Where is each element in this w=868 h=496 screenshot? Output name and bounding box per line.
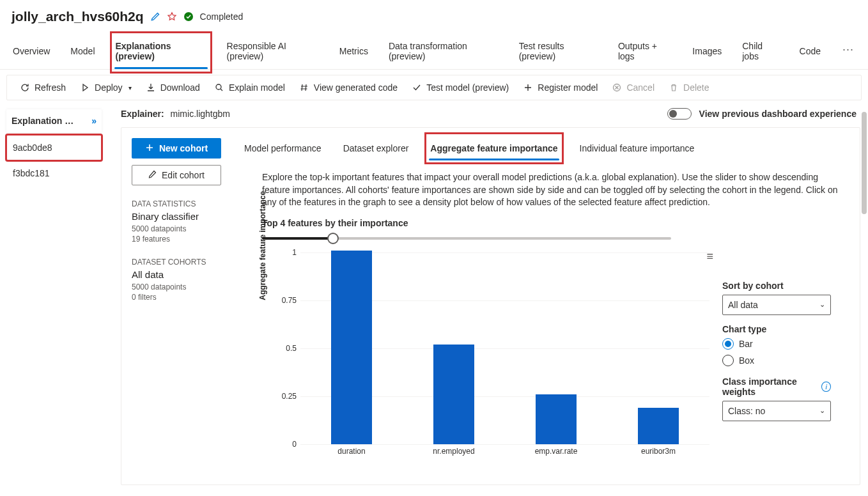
bar[interactable] [536, 394, 577, 444]
delete-button: Delete [669, 82, 709, 93]
page-header: jolly_arch_hvs60h2q Completed [0, 0, 868, 29]
plus-icon [523, 82, 533, 93]
explainer-value: mimic.lightgbm [171, 109, 230, 119]
previous-dashboard-toggle[interactable] [667, 108, 692, 120]
refresh-icon [20, 82, 30, 93]
deploy-button[interactable]: Deploy ▾ [80, 82, 132, 93]
sidebar-explanation-0[interactable]: 9acb0de8 [6, 135, 102, 160]
edit-cohort-button[interactable]: Edit cohort [132, 165, 221, 185]
cancel-icon [612, 82, 622, 93]
download-button[interactable]: Download [146, 82, 200, 93]
slider-title: Top 4 features by their importance [262, 218, 848, 228]
new-cohort-button[interactable]: New cohort [132, 138, 221, 159]
main-tabs: Overview Model Explanations (preview) Re… [0, 29, 868, 70]
scrollbar[interactable] [862, 112, 867, 489]
x-tick: duration [337, 447, 365, 456]
download-icon [146, 82, 156, 93]
info-icon[interactable]: i [821, 382, 831, 392]
description-text: Explore the top-k important features tha… [262, 171, 848, 209]
slider-thumb[interactable] [327, 233, 339, 244]
dataset-cohorts: DATASET COHORTS All data 5000 datapoints… [132, 258, 224, 302]
view-code-button[interactable]: View generated code [299, 82, 398, 93]
tab-responsible-ai[interactable]: Responsible AI (preview) [226, 36, 320, 69]
y-tick: 0 [274, 440, 297, 449]
tab-code[interactable]: Code [798, 41, 822, 64]
dashboard-right: Model performance Dataset explorer Aggre… [231, 128, 860, 484]
search-icon [214, 82, 224, 93]
tab-child-jobs[interactable]: Child jobs [741, 36, 780, 69]
subtab-individual-importance[interactable]: Individual feature importance [578, 137, 696, 160]
status-check-icon [183, 12, 194, 22]
content-area: Explainer: mimic.lightgbm View previous … [105, 104, 868, 492]
chart-type-bar[interactable]: Bar [722, 338, 831, 350]
top-k-slider[interactable] [262, 232, 671, 244]
feature-importance-chart: ≡ Aggregate feature importance 00.250.50… [262, 252, 709, 457]
toggle-label: View previous dashboard experience [699, 109, 856, 119]
dashboard: New cohort Edit cohort DATA STATISTICS B… [121, 127, 860, 485]
bar[interactable] [331, 251, 372, 444]
explanation-sidebar: Explanation … » 9acb0de8 f3bdc181 [0, 104, 105, 492]
y-axis-label: Aggregate feature importance [258, 191, 267, 300]
trash-icon [669, 82, 679, 93]
x-tick: nr.employed [433, 447, 474, 456]
tab-outputs-logs[interactable]: Outputs + logs [617, 36, 673, 69]
chart-type-box[interactable]: Box [722, 355, 831, 366]
explainer-label: Explainer: [121, 109, 164, 119]
edit-icon[interactable] [150, 12, 160, 22]
tab-data-transformation[interactable]: Data transformation (preview) [387, 36, 500, 69]
tab-test-results[interactable]: Test results (preview) [518, 36, 599, 69]
subtab-model-performance[interactable]: Model performance [243, 137, 323, 160]
y-tick: 0.75 [274, 296, 297, 305]
toolbar: Refresh Deploy ▾ Download Explain model … [6, 75, 862, 100]
x-tick: euribor3m [641, 447, 676, 456]
chevron-down-icon: ⌄ [819, 300, 825, 309]
tab-images[interactable]: Images [691, 41, 723, 64]
data-statistics: DATA STATISTICS Binary classifier 5000 d… [132, 199, 224, 244]
y-tick: 0.5 [274, 344, 297, 353]
scrollbar-thumb[interactable] [862, 112, 867, 214]
dashboard-subtabs: Model performance Dataset explorer Aggre… [243, 137, 848, 160]
tab-explanations[interactable]: Explanations (preview) [114, 36, 208, 69]
register-model-button[interactable]: Register model [523, 82, 598, 93]
tab-overflow[interactable]: ··· [840, 43, 856, 63]
radio-icon [722, 338, 734, 350]
svg-point-1 [216, 84, 221, 89]
bar[interactable] [638, 408, 679, 444]
subtab-dataset-explorer[interactable]: Dataset explorer [342, 137, 410, 160]
test-model-button[interactable]: Test model (preview) [412, 82, 509, 93]
tab-metrics[interactable]: Metrics [338, 41, 369, 64]
explainer-row: Explainer: mimic.lightgbm View previous … [121, 108, 860, 127]
y-tick: 0.25 [274, 392, 297, 401]
tab-overview[interactable]: Overview [12, 41, 51, 64]
status-text: Completed [200, 12, 244, 22]
cancel-button: Cancel [612, 82, 655, 93]
chart-controls: Sort by cohort All data ⌄ Chart type Bar [716, 252, 831, 484]
explain-model-button[interactable]: Explain model [214, 82, 285, 93]
toggle-row: View previous dashboard experience [667, 108, 856, 120]
refresh-button[interactable]: Refresh [20, 82, 66, 93]
chevron-down-icon: ▾ [128, 84, 132, 91]
plus-icon [145, 143, 154, 154]
edit-icon [148, 170, 157, 180]
x-tick: emp.var.rate [535, 447, 578, 456]
chevron-right-icon[interactable]: » [91, 116, 97, 126]
sidebar-explanation-1[interactable]: f3bdc181 [6, 160, 102, 186]
bar[interactable] [433, 345, 474, 444]
check-icon [412, 82, 422, 93]
main-content: Explanation … » 9acb0de8 f3bdc181 Explai… [0, 104, 868, 492]
sort-by-select[interactable]: All data ⌄ [722, 295, 831, 315]
star-icon[interactable] [167, 12, 177, 22]
sidebar-header: Explanation … » [6, 109, 102, 132]
play-icon [80, 82, 90, 93]
chevron-down-icon: ⌄ [819, 407, 825, 415]
tab-model[interactable]: Model [69, 41, 96, 64]
radio-icon [722, 355, 734, 366]
weights-select[interactable]: Class: no ⌄ [722, 401, 831, 421]
page-title: jolly_arch_hvs60h2q [12, 9, 144, 24]
weights-label: Class importance weights [722, 376, 821, 397]
subtab-aggregate-importance[interactable]: Aggregate feature importance [429, 137, 559, 160]
chart-row: ≡ Aggregate feature importance 00.250.50… [262, 252, 848, 484]
dashboard-left: New cohort Edit cohort DATA STATISTICS B… [121, 128, 231, 484]
sort-by-label: Sort by cohort [722, 281, 831, 291]
chart-type-label: Chart type [722, 324, 831, 334]
